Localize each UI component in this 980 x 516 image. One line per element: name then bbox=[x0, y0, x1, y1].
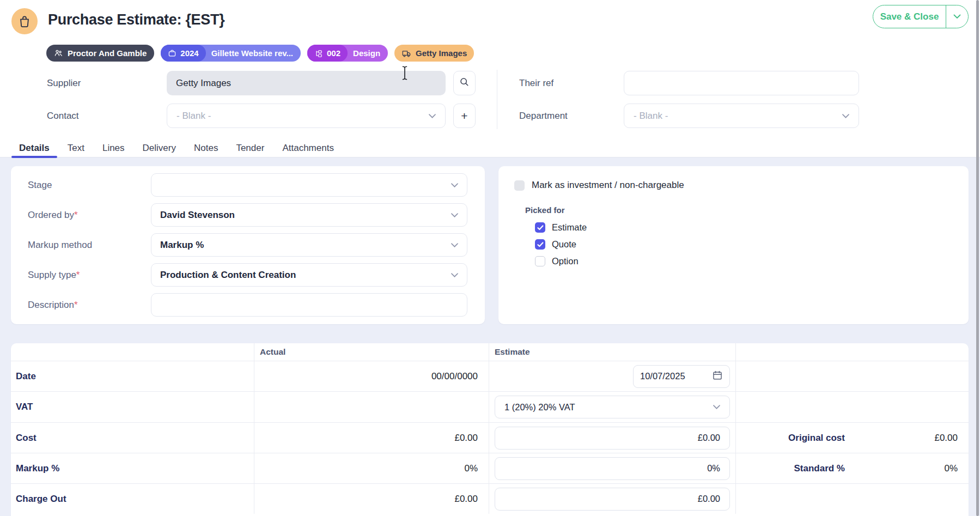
purchase-estimate-screen: Purchase Estimate: {EST} Save & Close Pr… bbox=[0, 0, 980, 516]
option-checkbox[interactable] bbox=[535, 256, 545, 266]
chevron-down-icon bbox=[451, 183, 458, 187]
supplier-badge-label: Getty Images bbox=[416, 48, 467, 58]
details-form-card: Stage Ordered by* David Stevenson Markup… bbox=[11, 166, 485, 324]
stage-name-label: Design bbox=[348, 48, 388, 58]
stage-select[interactable] bbox=[151, 173, 467, 197]
chevron-down-icon bbox=[451, 213, 458, 217]
stage-label: Stage bbox=[28, 173, 52, 197]
date-actual-value: 00/00/0000 bbox=[254, 361, 489, 391]
picked-for-label: Picked for bbox=[525, 205, 565, 215]
search-icon bbox=[459, 77, 470, 90]
client-badge-label: Proctor And Gamble bbox=[68, 48, 147, 58]
markup-method-select-value: Markup % bbox=[160, 240, 451, 251]
save-close-button[interactable]: Save & Close bbox=[873, 5, 946, 28]
stage-code-label: 002 bbox=[327, 48, 340, 58]
charge-out-row-label: Charge Out bbox=[11, 483, 254, 514]
chevron-down-icon bbox=[451, 273, 458, 277]
investment-checkbox[interactable] bbox=[514, 180, 525, 191]
tab-attachments[interactable]: Attachments bbox=[275, 141, 342, 157]
group-icon bbox=[54, 48, 63, 58]
supplier-input[interactable] bbox=[167, 71, 446, 95]
markup-method-label: Markup method bbox=[28, 233, 92, 257]
tab-text[interactable]: Text bbox=[60, 141, 92, 157]
cost-actual-value: £0.00 bbox=[254, 422, 489, 453]
briefcase-icon bbox=[168, 49, 176, 58]
estimate-checkbox-label: Estimate bbox=[552, 222, 587, 233]
contact-label: Contact bbox=[47, 104, 79, 128]
plus-icon: + bbox=[461, 110, 467, 123]
investment-label: Mark as investment / non-chargeable bbox=[532, 180, 684, 191]
ordered-by-label: Ordered by* bbox=[28, 203, 78, 227]
quote-checkbox-label: Quote bbox=[552, 239, 576, 250]
context-badges: Proctor And Gamble 2024 Gillette Website… bbox=[46, 45, 474, 62]
calendar-icon bbox=[712, 370, 723, 383]
date-row-label: Date bbox=[11, 361, 254, 391]
standard-percent-value: 0% bbox=[845, 463, 969, 474]
contact-select-value: - Blank - bbox=[176, 111, 429, 122]
add-contact-button[interactable]: + bbox=[453, 104, 476, 128]
department-select-value: - Blank - bbox=[634, 111, 842, 122]
charge-out-actual-value: £0.00 bbox=[254, 483, 489, 514]
tab-details[interactable]: Details bbox=[11, 141, 57, 157]
chevron-down-icon bbox=[842, 114, 849, 118]
purchase-bag-icon bbox=[11, 8, 38, 34]
supplier-label: Supplier bbox=[47, 71, 81, 95]
flags-card: Mark as investment / non-chargeable Pick… bbox=[498, 166, 969, 324]
stage-badge[interactable]: 002 Design bbox=[307, 45, 388, 62]
detail-tabs: Details Text Lines Delivery Notes Tender… bbox=[11, 141, 342, 157]
ordered-by-select[interactable]: David Stevenson bbox=[151, 203, 467, 227]
description-label: Description* bbox=[28, 293, 78, 317]
contact-select[interactable]: - Blank - bbox=[167, 104, 446, 128]
save-close-split-button: Save & Close bbox=[873, 5, 969, 28]
vat-row-label: VAT bbox=[11, 391, 254, 422]
their-ref-input[interactable] bbox=[624, 71, 859, 95]
hierarchy-icon bbox=[314, 49, 323, 58]
tab-delivery[interactable]: Delivery bbox=[135, 141, 184, 157]
supplier-search-button[interactable] bbox=[453, 71, 476, 95]
vat-select[interactable]: 1 (20%) 20% VAT bbox=[495, 396, 730, 418]
supply-type-select[interactable]: Production & Content Creation bbox=[151, 263, 467, 287]
description-input[interactable] bbox=[151, 293, 467, 317]
chevron-down-icon bbox=[713, 405, 720, 409]
chevron-down-icon bbox=[451, 243, 458, 247]
truck-icon bbox=[401, 48, 411, 58]
client-badge[interactable]: Proctor And Gamble bbox=[46, 45, 154, 62]
supplier-badge[interactable]: Getty Images bbox=[394, 45, 474, 62]
department-select[interactable]: - Blank - bbox=[624, 104, 859, 128]
markup-method-select[interactable]: Markup % bbox=[151, 233, 467, 257]
vertical-scrollbar[interactable] bbox=[976, 0, 979, 516]
chevron-down-icon bbox=[429, 114, 436, 118]
required-marker: * bbox=[74, 210, 78, 220]
page-title: Purchase Estimate: {EST} bbox=[48, 11, 224, 28]
tab-tender[interactable]: Tender bbox=[228, 141, 272, 157]
job-badge[interactable]: 2024 Gillette Website rev... bbox=[161, 45, 301, 62]
their-ref-label: Their ref bbox=[519, 71, 553, 95]
required-marker: * bbox=[74, 300, 78, 310]
markup-estimate-input[interactable] bbox=[495, 457, 730, 480]
original-cost-label: Original cost bbox=[736, 433, 845, 444]
department-label: Department bbox=[519, 104, 568, 128]
cost-estimate-input[interactable] bbox=[495, 427, 730, 450]
estimate-date-picker[interactable]: 10/07/2025 bbox=[633, 365, 730, 388]
actual-column-header: Actual bbox=[254, 343, 489, 361]
estimate-date-value: 10/07/2025 bbox=[640, 371, 685, 381]
estimate-column-header: Estimate bbox=[489, 343, 735, 361]
tab-notes[interactable]: Notes bbox=[186, 141, 226, 157]
ordered-by-select-value: David Stevenson bbox=[160, 210, 451, 221]
supply-type-select-value: Production & Content Creation bbox=[160, 270, 451, 281]
markup-row-label: Markup % bbox=[11, 453, 254, 483]
tab-lines[interactable]: Lines bbox=[95, 141, 132, 157]
reference-divider bbox=[497, 70, 497, 129]
markup-actual-value: 0% bbox=[254, 453, 489, 483]
totals-table: Actual Estimate Date 00/00/0000 10/07/20… bbox=[11, 343, 969, 516]
charge-out-estimate-input[interactable] bbox=[495, 488, 730, 511]
job-year-label: 2024 bbox=[180, 48, 198, 58]
estimate-checkbox[interactable] bbox=[535, 222, 545, 233]
cost-row-label: Cost bbox=[11, 422, 254, 453]
save-options-dropdown-button[interactable] bbox=[946, 5, 968, 28]
option-checkbox-label: Option bbox=[552, 256, 579, 266]
vat-select-value: 1 (20%) 20% VAT bbox=[504, 402, 713, 412]
quote-checkbox[interactable] bbox=[535, 239, 545, 250]
original-cost-value: £0.00 bbox=[845, 433, 969, 444]
chevron-down-icon bbox=[953, 13, 961, 21]
